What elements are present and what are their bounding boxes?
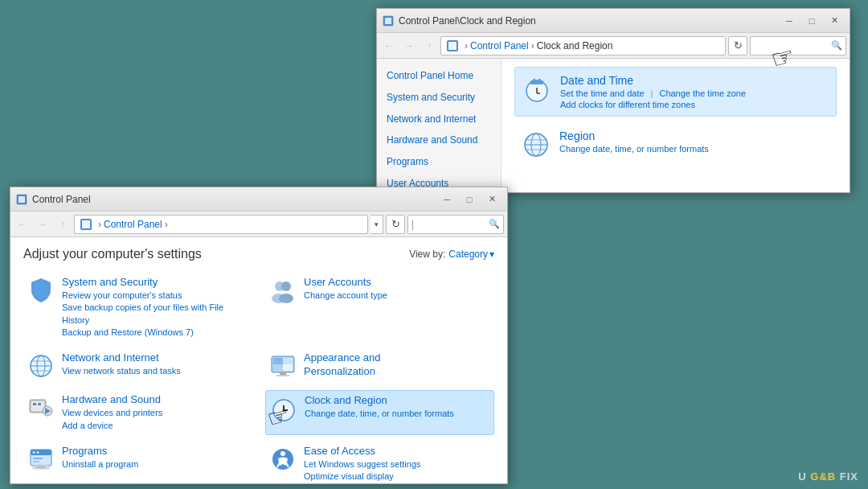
cp-address-bar: ← → ↑ › Control Panel › ▾ ↻ 🔍 [10,212,507,237]
watermark: U G&B FIX [798,471,858,483]
svg-rect-34 [276,375,289,376]
cr-close-button[interactable]: ✕ [824,13,845,29]
control-panel-window: Control Panel ─ □ ✕ ← → ↑ › Control Pane… [10,187,508,484]
cr-set-time-link[interactable]: Set the time and date [560,88,645,98]
cp-hardware-sub2[interactable]: Add a device [62,420,249,432]
svg-rect-16 [18,196,25,203]
svg-rect-7 [538,79,541,82]
cp-network-title[interactable]: Network and Internet [62,351,249,365]
cp-hardware-sub1[interactable]: View devices and printers [62,407,249,419]
cr-nav-system[interactable]: System and Security [377,87,501,109]
cr-region-title[interactable]: Region [559,129,709,142]
cr-up-button[interactable]: ↑ [420,37,438,55]
svg-rect-3 [448,42,457,50]
cp-system-text: System and Security Review your computer… [62,276,249,339]
cr-search-icon[interactable]: 🔍 [831,40,842,51]
cr-nav-programs[interactable]: Programs [377,151,501,173]
cp-users-sub1[interactable]: Change account type [304,290,491,302]
cr-forward-button[interactable]: → [400,37,418,55]
cp-programs-sub1[interactable]: Uninstall a program [62,458,249,471]
cp-back-button[interactable]: ← [14,216,31,233]
svg-rect-38 [38,403,41,405]
cr-window-controls: ─ □ ✕ [779,13,845,29]
cp-ease-sub2[interactable]: Optimize visual display [304,471,491,483]
cp-search-icon[interactable]: 🔍 [489,219,500,229]
cp-system-sub1[interactable]: Review your computer's status [62,290,249,302]
cp-minimize-button[interactable]: ─ [436,191,457,208]
cp-view-by: View by: Category ▾ [409,249,494,260]
svg-point-22 [279,294,293,303]
svg-rect-33 [280,372,286,375]
cp-view-by-dropdown[interactable]: Category ▾ [448,249,494,260]
svg-rect-51 [36,467,46,468]
cp-maximize-button[interactable]: □ [459,191,480,208]
cp-view-by-label: View by: [409,249,445,260]
cp-close-button[interactable]: ✕ [481,191,502,208]
hardware-sound-icon [27,393,55,422]
svg-rect-48 [33,458,43,459]
svg-rect-31 [273,364,283,371]
cp-appearance-text: Appearance andPersonalization [304,351,491,379]
cr-title-bar: Control Panel\Clock and Region ─ □ ✕ [377,9,850,33]
cr-nav-network[interactable]: Network and Internet [377,109,501,130]
cr-content: Control Panel Home System and Security N… [377,59,850,192]
cp-ease-text: Ease of Access Let Windows suggest setti… [304,445,491,483]
cr-breadcrumb-controlpanel[interactable]: Control Panel [470,40,529,51]
svg-point-47 [37,451,39,454]
cr-search-input[interactable] [754,40,831,51]
cr-change-formats-link[interactable]: Change date, time, or number formats [559,144,709,154]
ease-of-access-icon [268,445,297,474]
svg-rect-32 [283,358,293,364]
cp-categories-grid: System and Security Review your computer… [23,273,494,483]
cp-heading: Adjust your computer's settings View by:… [23,247,494,261]
cp-cat-users: User Accounts Change account type [265,273,494,342]
cr-datetime-content: Date and Time Set the time and date | Ch… [560,74,746,109]
clock-region-window: Control Panel\Clock and Region ─ □ ✕ ← →… [376,8,850,193]
cp-cat-appearance: Appearance andPersonalization [265,348,494,384]
cp-system-title[interactable]: System and Security [62,276,249,290]
cp-network-sub1[interactable]: View network status and tasks [62,365,249,377]
watermark-highlight: G&B [810,471,836,483]
cp-ease-title[interactable]: Ease of Access [304,445,491,458]
svg-rect-30 [273,358,283,364]
cp-heading-title: Adjust your computer's settings [23,247,202,261]
cp-search-box: 🔍 [407,215,504,234]
cr-nav-home[interactable]: Control Panel Home [377,65,501,87]
cp-system-sub3[interactable]: Backup and Restore (Windows 7) [62,327,249,339]
cp-breadcrumb-cp[interactable]: Control Panel [104,219,162,230]
cr-refresh-button[interactable]: ↻ [728,36,747,55]
cp-search-input[interactable] [411,219,489,230]
cp-clock-sub1[interactable]: Change date, time, or number formats [305,408,490,420]
cr-back-button[interactable]: ← [380,37,398,55]
cr-region-links: Change date, time, or number formats [559,144,709,154]
cp-cat-programs: Programs Uninstall a program [23,442,252,483]
cp-programs-title[interactable]: Programs [62,445,249,458]
cr-nav-hardware[interactable]: Hardware and Sound [377,129,501,151]
cp-refresh-button[interactable]: ↻ [386,215,405,234]
cp-cat-clock: Clock and Region Change date, time, or n… [265,390,494,435]
svg-point-53 [280,451,285,456]
svg-rect-36 [31,401,44,411]
cp-appearance-title[interactable]: Appearance andPersonalization [304,351,491,379]
cr-maximize-button[interactable]: □ [801,13,822,29]
cr-change-timezone-link[interactable]: Change the time zone [659,88,746,98]
cp-system-sub2[interactable]: Save backup copies of your files with Fi… [62,302,249,327]
cp-users-title[interactable]: User Accounts [304,276,491,290]
cr-minimize-button[interactable]: ─ [779,13,800,29]
cp-network-text: Network and Internet View network status… [62,351,249,377]
cp-forward-button[interactable]: → [34,216,51,233]
cr-window-icon [382,14,395,27]
cp-main: Adjust your computer's settings View by:… [10,237,507,483]
cp-clock-title[interactable]: Clock and Region [305,394,490,408]
cr-datetime-links2: Add clocks for different time zones [560,100,746,109]
cp-title-bar: Control Panel ─ □ ✕ [10,187,507,212]
svg-point-43 [283,409,285,412]
cp-up-button[interactable]: ↑ [54,216,72,233]
cr-datetime-title[interactable]: Date and Time [560,74,746,87]
svg-rect-5 [530,80,543,84]
cp-path-dropdown[interactable]: ▾ [371,215,383,234]
cp-cat-network: Network and Internet View network status… [23,348,252,384]
cr-add-clocks-link[interactable]: Add clocks for different time zones [560,100,695,109]
cp-hardware-title[interactable]: Hardware and Sound [62,393,249,407]
cp-ease-sub1[interactable]: Let Windows suggest settings [304,458,491,471]
